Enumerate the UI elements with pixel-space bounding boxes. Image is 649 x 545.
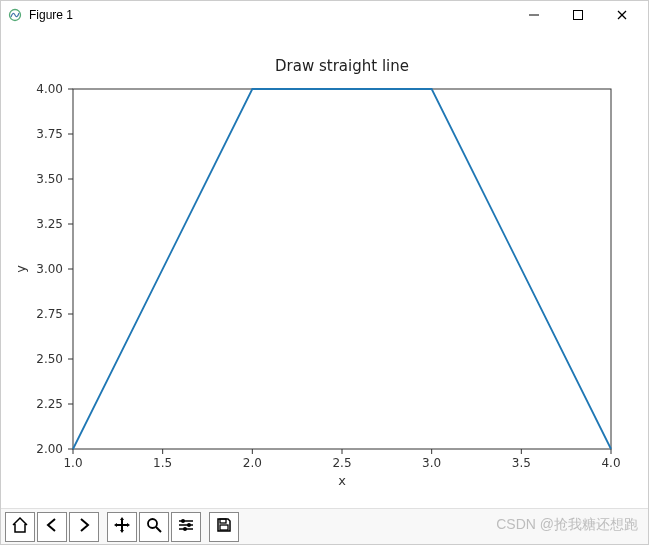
y-tick-label: 3.75: [36, 127, 63, 141]
y-tick-label: 4.00: [36, 82, 63, 96]
save-icon: [215, 516, 233, 538]
back-button[interactable]: [37, 512, 67, 542]
axes-frame: [73, 89, 611, 449]
arrow-right-icon: [75, 516, 93, 538]
x-tick-label: 3.5: [512, 456, 531, 470]
data-line: [73, 89, 611, 449]
svg-rect-13: [220, 519, 226, 523]
svg-rect-2: [574, 11, 583, 20]
x-tick-label: 2.5: [332, 456, 351, 470]
chart-title: Draw straight line: [275, 57, 409, 75]
minimize-button[interactable]: [512, 1, 556, 29]
y-tick-label: 3.50: [36, 172, 63, 186]
x-tick-label: 2.0: [243, 456, 262, 470]
home-button[interactable]: [5, 512, 35, 542]
x-tick-label: 4.0: [601, 456, 620, 470]
svg-point-10: [187, 523, 191, 527]
arrow-left-icon: [43, 516, 61, 538]
maximize-button[interactable]: [556, 1, 600, 29]
y-axis-label: y: [13, 265, 28, 273]
move-icon: [113, 516, 131, 538]
magnifier-icon: [145, 516, 163, 538]
y-tick-label: 3.00: [36, 262, 63, 276]
x-axis-label: x: [338, 473, 346, 488]
zoom-button[interactable]: [139, 512, 169, 542]
x-tick-label: 3.0: [422, 456, 441, 470]
save-button[interactable]: [209, 512, 239, 542]
y-tick-label: 2.75: [36, 307, 63, 321]
y-tick-label: 2.25: [36, 397, 63, 411]
x-tick-label: 1.0: [63, 456, 82, 470]
chart-svg: Draw straight line1.01.52.02.53.03.54.02…: [1, 29, 649, 510]
svg-point-12: [183, 527, 187, 531]
figure-canvas[interactable]: Draw straight line1.01.52.02.53.03.54.02…: [1, 29, 648, 508]
svg-point-5: [148, 519, 157, 528]
close-button[interactable]: [600, 1, 644, 29]
matplotlib-toolbar: [1, 508, 648, 544]
x-tick-label: 1.5: [153, 456, 172, 470]
home-icon: [11, 516, 29, 538]
svg-line-6: [156, 527, 161, 532]
configure-subplots-button[interactable]: [171, 512, 201, 542]
svg-rect-14: [220, 525, 228, 530]
window-titlebar: Figure 1: [1, 1, 648, 29]
pan-button[interactable]: [107, 512, 137, 542]
app-icon: [7, 7, 23, 23]
y-tick-label: 2.00: [36, 442, 63, 456]
svg-point-8: [181, 519, 185, 523]
y-tick-label: 3.25: [36, 217, 63, 231]
sliders-icon: [177, 516, 195, 538]
window-title: Figure 1: [29, 8, 73, 22]
y-tick-label: 2.50: [36, 352, 63, 366]
forward-button[interactable]: [69, 512, 99, 542]
